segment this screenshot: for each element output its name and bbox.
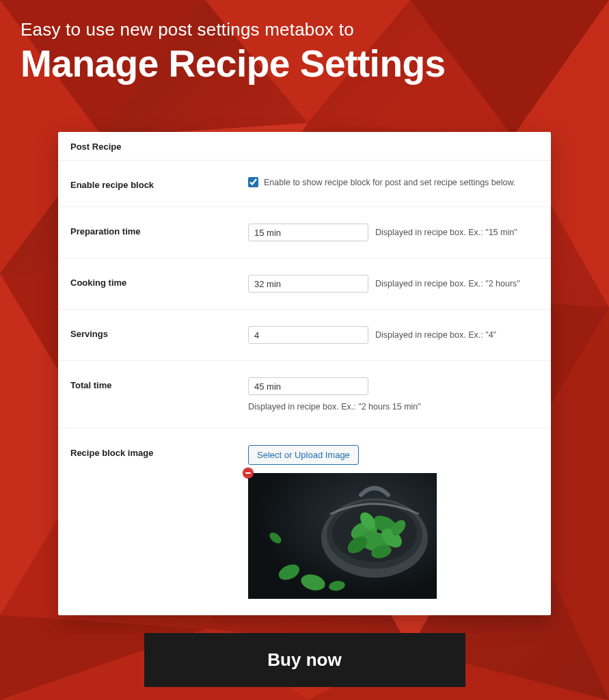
row-prep-time: Preparation time Displayed in recipe box… bbox=[58, 207, 551, 258]
panel-header: Post Recipe bbox=[58, 132, 551, 161]
row-cook-time: Cooking time Displayed in recipe box. Ex… bbox=[58, 258, 551, 310]
enable-recipe-hint: Enable to show recipe block for post and… bbox=[264, 178, 515, 187]
total-time-hint: Displayed in recipe box. Ex.: "2 hours 1… bbox=[248, 402, 421, 412]
row-enable-recipe: Enable recipe block Enable to show recip… bbox=[58, 161, 551, 207]
label-enable-recipe: Enable recipe block bbox=[70, 177, 248, 190]
label-prep-time: Preparation time bbox=[70, 224, 248, 237]
prep-time-hint: Displayed in recipe box. Ex.: "15 min" bbox=[375, 228, 517, 237]
label-total-time: Total time bbox=[70, 377, 248, 390]
prep-time-input[interactable] bbox=[248, 224, 368, 241]
upload-image-button[interactable]: Select or Upload Image bbox=[248, 445, 359, 465]
enable-recipe-checkbox[interactable] bbox=[248, 177, 258, 187]
label-recipe-image: Recipe block image bbox=[70, 445, 248, 458]
row-recipe-image: Recipe block image Select or Upload Imag… bbox=[58, 429, 551, 615]
total-time-input[interactable] bbox=[248, 377, 368, 395]
servings-hint: Displayed in recipe box. Ex.: "4" bbox=[375, 330, 496, 340]
settings-panel: Post Recipe Enable recipe block Enable t… bbox=[58, 132, 551, 615]
servings-input[interactable] bbox=[248, 326, 368, 344]
hero-title: Manage Recipe Settings bbox=[21, 42, 588, 85]
hero-subtitle: Easy to use new post settings metabox to bbox=[21, 19, 588, 40]
cook-time-input[interactable] bbox=[248, 275, 368, 293]
image-preview bbox=[248, 473, 437, 599]
cook-time-hint: Displayed in recipe box. Ex.: "2 hours" bbox=[375, 279, 520, 288]
row-servings: Servings Displayed in recipe box. Ex.: "… bbox=[58, 310, 551, 361]
row-total-time: Total time Displayed in recipe box. Ex.:… bbox=[58, 361, 551, 429]
remove-image-icon[interactable] bbox=[243, 468, 254, 479]
label-servings: Servings bbox=[70, 326, 248, 339]
label-cook-time: Cooking time bbox=[70, 275, 248, 288]
buy-now-button[interactable]: Buy now bbox=[144, 633, 465, 687]
